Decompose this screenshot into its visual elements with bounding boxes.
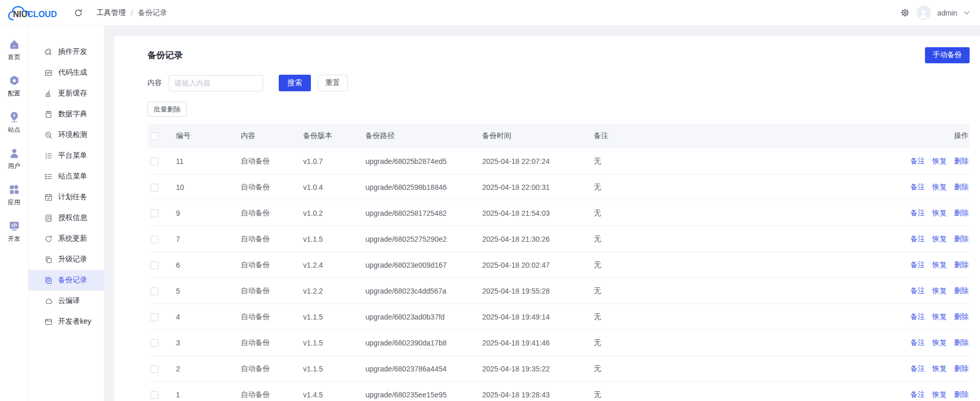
row-checkbox[interactable]: [151, 261, 158, 269]
select-all-checkbox[interactable]: [151, 132, 158, 140]
cell-path: upgrade/68025b2874ed5: [365, 157, 482, 165]
cell-path: upgrade/680235ee15e95: [365, 391, 482, 399]
cell-time: 2025-04-18 19:55:28: [482, 287, 594, 295]
secondary-nav-item[interactable]: 授权信息: [29, 208, 104, 228]
username[interactable]: admin: [937, 9, 957, 17]
row-action-delete-link[interactable]: 删除: [954, 286, 969, 295]
secondary-nav-item[interactable]: 代码生成: [29, 62, 104, 83]
row-action-note-link[interactable]: 备注: [910, 338, 925, 347]
secondary-nav-item[interactable]: 插件开发: [29, 42, 104, 62]
site-menu-icon: [44, 172, 53, 181]
row-checkbox[interactable]: [151, 236, 158, 243]
row-action-note-link[interactable]: 备注: [910, 209, 925, 217]
secondary-nav-item[interactable]: 开发者key: [29, 311, 104, 332]
row-action-delete-link[interactable]: 删除: [954, 312, 969, 321]
secondary-nav-item[interactable]: 系统更新: [29, 228, 104, 249]
row-checkbox[interactable]: [151, 365, 158, 373]
breadcrumb-section[interactable]: 工具管理: [97, 8, 126, 18]
primary-nav-label: 配置: [8, 89, 20, 98]
row-action-delete-link[interactable]: 删除: [954, 209, 969, 217]
row-action-note-link[interactable]: 备注: [910, 183, 925, 191]
cell-id: 3: [176, 339, 241, 347]
secondary-nav-item[interactable]: 备份记录: [29, 270, 104, 291]
cell-content: 自动备份: [241, 390, 303, 399]
cell-id: 7: [176, 235, 241, 243]
primary-nav-item[interactable]: 首页: [0, 38, 28, 75]
row-action-delete-link[interactable]: 删除: [954, 364, 969, 372]
row-checkbox[interactable]: [151, 313, 158, 321]
cell-content: 自动备份: [241, 364, 303, 374]
secondary-nav-label: 云编译: [58, 296, 80, 306]
row-actions: 备注恢复删除: [861, 183, 970, 192]
secondary-nav-label: 升级记录: [58, 255, 87, 264]
secondary-nav-item[interactable]: 站点菜单: [29, 166, 104, 187]
primary-nav-item[interactable]: 用户: [0, 147, 28, 184]
row-action-restore-link[interactable]: 恢复: [932, 209, 947, 217]
row-action-restore-link[interactable]: 恢复: [932, 390, 947, 398]
cell-path: upgrade/68023c4dd567a: [365, 287, 482, 295]
row-actions: 备注恢复删除: [861, 338, 970, 348]
batch-delete-button[interactable]: 批量删除: [147, 102, 187, 117]
chevron-down-icon[interactable]: [964, 11, 970, 15]
row-checkbox[interactable]: [151, 184, 158, 191]
user-icon: [8, 147, 20, 159]
niucloud-logo[interactable]: NIUCLOUD: [6, 2, 69, 24]
cell-version: v1.2.4: [303, 261, 365, 269]
row-action-note-link[interactable]: 备注: [910, 364, 925, 372]
row-action-note-link[interactable]: 备注: [910, 312, 925, 321]
row-action-restore-link[interactable]: 恢复: [932, 312, 947, 321]
cell-version: v1.4.5: [303, 391, 365, 399]
row-action-delete-link[interactable]: 删除: [954, 390, 969, 398]
row-actions: 备注恢复删除: [861, 209, 970, 218]
row-action-note-link[interactable]: 备注: [910, 286, 925, 295]
row-action-restore-link[interactable]: 恢复: [932, 260, 947, 269]
row-action-restore-link[interactable]: 恢复: [932, 157, 947, 165]
top-header: NIUCLOUD 工具管理 / 备份记录 admin: [0, 0, 980, 26]
gear-icon[interactable]: [900, 8, 910, 18]
row-action-note-link[interactable]: 备注: [910, 157, 925, 165]
row-action-note-link[interactable]: 备注: [910, 260, 925, 269]
primary-nav-item[interactable]: 配置: [0, 75, 28, 111]
secondary-nav-item[interactable]: 云编译: [29, 291, 104, 311]
secondary-nav-item[interactable]: 环境检测: [29, 125, 104, 145]
row-checkbox[interactable]: [151, 158, 158, 165]
search-button[interactable]: 搜索: [279, 75, 311, 91]
row-action-restore-link[interactable]: 恢复: [932, 364, 947, 372]
manual-backup-button[interactable]: 手动备份: [925, 47, 970, 63]
column-header-path: 备份路径: [365, 131, 482, 141]
cell-id: 11: [176, 157, 241, 165]
row-action-delete-link[interactable]: 删除: [954, 183, 969, 191]
breadcrumb: 工具管理 / 备份记录: [97, 8, 167, 18]
primary-nav-item[interactable]: 站点: [0, 111, 28, 147]
row-checkbox[interactable]: [151, 210, 158, 217]
table-row: 3 自动备份 v1.1.5 upgrade/6802390da17b8 2025…: [147, 330, 970, 356]
column-header-content: 内容: [241, 131, 303, 141]
secondary-nav-item[interactable]: 升级记录: [29, 249, 104, 270]
row-action-delete-link[interactable]: 删除: [954, 260, 969, 269]
secondary-nav-label: 数据字典: [58, 109, 87, 119]
row-action-restore-link[interactable]: 恢复: [932, 286, 947, 295]
row-action-delete-link[interactable]: 删除: [954, 234, 969, 243]
row-action-restore-link[interactable]: 恢复: [932, 183, 947, 191]
secondary-nav-item[interactable]: 平台菜单: [29, 145, 104, 166]
row-action-delete-link[interactable]: 删除: [954, 157, 969, 165]
row-action-restore-link[interactable]: 恢复: [932, 338, 947, 347]
row-checkbox[interactable]: [151, 339, 158, 347]
primary-nav-item[interactable]: 开发: [0, 220, 28, 256]
reset-button[interactable]: 重置: [318, 75, 348, 91]
row-action-note-link[interactable]: 备注: [910, 234, 925, 243]
row-action-delete-link[interactable]: 删除: [954, 338, 969, 347]
refresh-icon[interactable]: [74, 8, 83, 18]
row-action-restore-link[interactable]: 恢复: [932, 234, 947, 243]
secondary-nav-item[interactable]: 数据字典: [29, 104, 104, 125]
row-checkbox[interactable]: [151, 391, 158, 399]
avatar[interactable]: [917, 6, 931, 20]
secondary-nav-item[interactable]: 计划任务: [29, 187, 104, 208]
row-checkbox[interactable]: [151, 287, 158, 295]
secondary-nav-label: 系统更新: [58, 234, 87, 243]
table-row: 1 自动备份 v1.4.5 upgrade/680235ee15e95 2025…: [147, 382, 970, 401]
secondary-nav-item[interactable]: 更新缓存: [29, 83, 104, 104]
row-action-note-link[interactable]: 备注: [910, 390, 925, 398]
content-search-input[interactable]: [169, 75, 263, 91]
primary-nav-item[interactable]: 应用: [0, 184, 28, 220]
